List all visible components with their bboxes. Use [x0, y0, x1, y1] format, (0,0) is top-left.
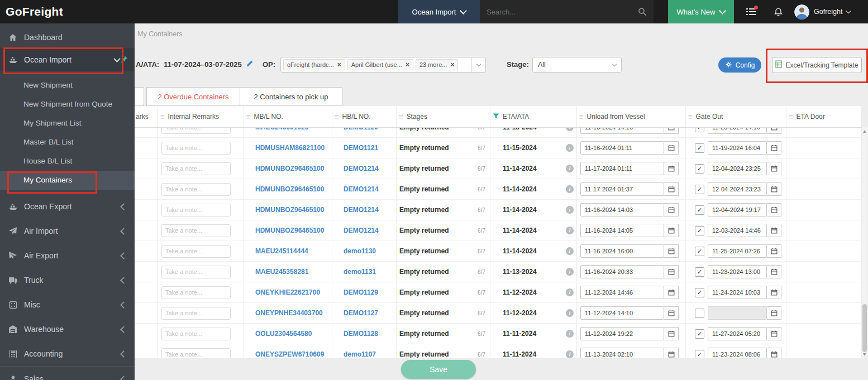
internal-remarks-input[interactable]	[161, 162, 231, 175]
internal-remarks-input[interactable]	[161, 204, 231, 217]
internal-remarks-input[interactable]	[161, 348, 231, 358]
hbl-link[interactable]: DEMO1128	[344, 330, 378, 338]
unload-date-input[interactable]: 11-12-2024 19:22	[580, 327, 664, 340]
calendar-icon[interactable]	[664, 286, 679, 299]
hbl-link[interactable]: DEMO1214	[344, 165, 379, 172]
excel-tracking-template-button[interactable]: Excel/Tracking Template	[772, 57, 862, 73]
gate-out-checkbox[interactable]: ✓	[695, 267, 704, 277]
calendar-icon[interactable]	[767, 182, 781, 196]
sidebar-item-accounting[interactable]: Accounting	[0, 341, 135, 366]
calendar-icon[interactable]	[664, 203, 679, 217]
info-icon[interactable]: i	[566, 128, 574, 131]
remove-tag-icon[interactable]: ×	[450, 62, 454, 68]
sidebar-item-air-export[interactable]: Air Export	[0, 243, 135, 268]
calendar-icon[interactable]	[767, 203, 781, 217]
module-selector[interactable]: Ocean Import	[398, 0, 480, 23]
unload-date-input[interactable]: 11-16-2024 01:11	[580, 141, 664, 155]
column-header-gate-out[interactable]: ≡ Gate Out	[686, 106, 786, 127]
gate-date-input[interactable]: 11-27-2024 05:20	[708, 327, 767, 340]
vertical-scrollbar[interactable]	[862, 127, 867, 358]
hbl-link[interactable]: DEMO1214	[344, 227, 379, 234]
gate-out-checkbox[interactable]: ✓	[695, 205, 704, 215]
info-icon[interactable]: i	[566, 227, 574, 234]
gate-out-checkbox[interactable]: ✓	[695, 143, 704, 153]
info-icon[interactable]: i	[566, 309, 574, 317]
mbl-link[interactable]: HDMUSHAM86821100	[255, 144, 325, 152]
calendar-icon[interactable]	[664, 162, 679, 175]
internal-remarks-input[interactable]	[161, 142, 231, 155]
column-header-mbl-no[interactable]: ≡ MB/L NO.	[244, 106, 332, 127]
chevron-down-icon[interactable]	[471, 57, 485, 72]
config-button[interactable]: Config	[718, 57, 761, 73]
hbl-link[interactable]: DEMO1121	[344, 144, 378, 152]
unload-date-input[interactable]: 11-17-2024 01:37	[580, 182, 664, 196]
column-header-hbl-no[interactable]: ≡ HB/L NO.	[332, 106, 397, 127]
internal-remarks-input[interactable]	[161, 286, 231, 299]
unload-date-input[interactable]: 11-16-2024 20:33	[580, 265, 664, 278]
internal-remarks-input[interactable]	[161, 307, 231, 320]
account-menu[interactable]: Gofreight	[794, 0, 850, 23]
calendar-icon[interactable]	[664, 327, 679, 340]
mbl-link[interactable]: HDMUNBOZ96465100	[255, 185, 324, 193]
calendar-icon[interactable]	[767, 286, 781, 299]
internal-remarks-input[interactable]	[161, 128, 231, 134]
internal-remarks-input[interactable]	[161, 245, 231, 258]
unload-date-input[interactable]: 11-17-2024 01:11	[580, 162, 664, 175]
mbl-link[interactable]: MAEU245661925	[255, 128, 308, 131]
calendar-icon[interactable]	[664, 182, 679, 196]
filter-funnel-icon[interactable]	[493, 113, 499, 121]
scroll-down-arrow-icon[interactable]	[863, 353, 866, 356]
sidebar-item-my-shipment-list[interactable]: My Shipment List	[0, 114, 135, 133]
gate-date-input[interactable]: 11-25-2024 14:16	[708, 128, 767, 134]
mbl-link[interactable]: ONEYKHIE22621700	[255, 288, 320, 296]
calendar-icon[interactable]	[767, 265, 781, 278]
gate-date-input[interactable]	[708, 306, 767, 320]
notifications-button[interactable]	[767, 0, 789, 23]
scrollbar-thumb[interactable]	[862, 304, 867, 352]
info-icon[interactable]: i	[566, 350, 574, 358]
op-multiselect[interactable]: oFreight (hardc... × April Gilbert (use.…	[280, 57, 486, 73]
search-input[interactable]	[480, 8, 638, 16]
unload-date-input[interactable]: 11-16-2024 14:03	[580, 203, 664, 217]
sidebar-item-house-bl-list[interactable]: House B/L List	[0, 152, 135, 171]
gate-date-input[interactable]: 12-03-2024 14:46	[708, 224, 767, 237]
calendar-icon[interactable]	[767, 224, 781, 237]
mbl-link[interactable]: HDMUNBOZ96465100	[255, 227, 324, 234]
save-button[interactable]: Save	[401, 360, 476, 379]
gate-out-checkbox[interactable]: ✓	[695, 288, 704, 297]
column-header-eta-door[interactable]: ≡ ETA Door	[786, 106, 862, 127]
sidebar-item-new-shipment[interactable]: New Shipment	[0, 76, 135, 95]
info-icon[interactable]: i	[566, 330, 574, 338]
sidebar-item-my-containers[interactable]: My Containers	[0, 171, 135, 190]
gate-out-checkbox[interactable]: ✓	[695, 128, 704, 132]
gate-out-checkbox[interactable]: ✓	[695, 185, 704, 194]
info-icon[interactable]: i	[566, 185, 574, 193]
mbl-link[interactable]: ONEYSZPEW6710609	[255, 350, 324, 358]
calendar-icon[interactable]	[664, 128, 679, 134]
whats-new-button[interactable]: What's New	[668, 0, 734, 23]
info-icon[interactable]: i	[566, 206, 574, 214]
hbl-link[interactable]: DEMO1214	[344, 206, 379, 214]
sidebar-item-misc[interactable]: Misc	[0, 292, 135, 317]
gate-date-input[interactable]: 11-23-2024 08:06	[708, 348, 767, 358]
tab-overdue-containers[interactable]: 2 Overdue Containers	[146, 87, 240, 106]
gate-out-checkbox[interactable]: ✓	[695, 226, 704, 235]
calendar-icon[interactable]	[767, 162, 781, 175]
calendar-icon[interactable]	[664, 141, 679, 155]
gate-date-input[interactable]: 11-23-2024 13:00	[708, 265, 767, 278]
scroll-up-arrow-icon[interactable]	[863, 130, 866, 133]
info-icon[interactable]: i	[566, 288, 574, 296]
gate-out-checkbox[interactable]: ✓	[695, 350, 704, 358]
hbl-link[interactable]: demo1107	[344, 350, 376, 358]
info-icon[interactable]: i	[566, 268, 574, 276]
sidebar-item-dashboard[interactable]: Dashboard	[0, 27, 135, 48]
internal-remarks-input[interactable]	[161, 266, 231, 278]
info-icon[interactable]: i	[566, 247, 574, 255]
gate-out-checkbox[interactable]: ✓	[695, 329, 704, 339]
gate-date-input[interactable]: 11-24-2024 10:03	[708, 286, 767, 299]
hbl-link[interactable]: DEMO1120	[344, 128, 378, 131]
unload-date-input[interactable]: 11-12-2024 14:10	[580, 306, 664, 320]
calendar-icon[interactable]	[664, 306, 679, 320]
unload-date-input[interactable]: 11-13-2024 02:10	[580, 348, 664, 358]
remove-tag-icon[interactable]: ×	[337, 62, 341, 68]
